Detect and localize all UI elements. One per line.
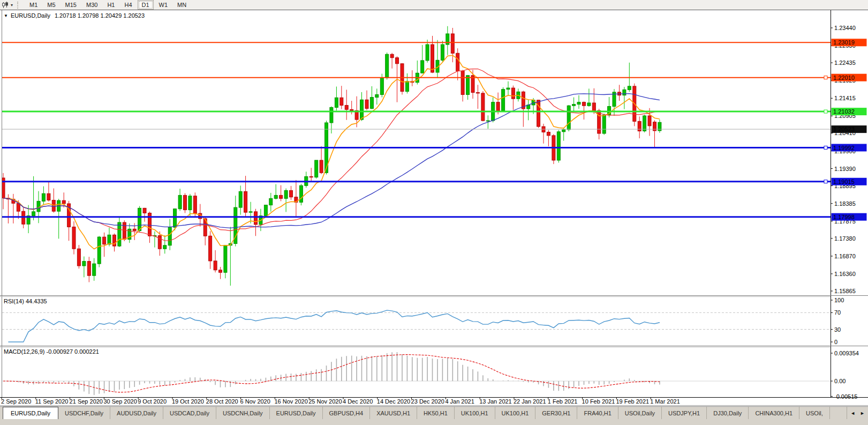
tab-eurusd-daily[interactable]: EURUSD,Daily	[270, 407, 323, 419]
svg-text:1.21032: 1.21032	[833, 108, 855, 115]
tab-xauusd-h1[interactable]: XAUUSD,H1	[370, 407, 417, 419]
svg-text:22 Jan 2021: 22 Jan 2021	[514, 398, 546, 405]
svg-text:28 Oct 2020: 28 Oct 2020	[206, 398, 238, 405]
svg-text:1.17998: 1.17998	[833, 214, 855, 220]
svg-text:14 Dec 2020: 14 Dec 2020	[377, 398, 410, 405]
svg-text:1.19390: 1.19390	[834, 166, 856, 172]
timeframe-button-m30[interactable]: M30	[82, 0, 102, 10]
svg-text:30: 30	[834, 326, 841, 333]
tab-scroll-buttons: ◄ ►	[847, 407, 868, 419]
tab-scroll-right-icon[interactable]: ►	[860, 411, 865, 416]
timeframe-toolbar: ▾ M1M5M15M30H1H4D1W1MN	[0, 0, 868, 10]
svg-text:-0.00515: -0.00515	[834, 393, 857, 400]
svg-text:1.19015: 1.19015	[833, 178, 855, 185]
chart-canvas[interactable]: 1.234401.229301.224351.219251.214151.209…	[0, 0, 868, 425]
collapse-chart-icon[interactable]: ▼	[4, 13, 8, 18]
svg-text:1.15865: 1.15865	[834, 288, 856, 294]
tab-eurusd-daily[interactable]: EURUSD,Daily	[3, 407, 58, 419]
tab-gbpusd-h4[interactable]: GBPUSD,H4	[323, 407, 371, 419]
rsi-pane	[2, 310, 831, 342]
svg-text:4 Dec 2020: 4 Dec 2020	[343, 398, 373, 405]
svg-text:13 Jan 2021: 13 Jan 2021	[479, 398, 512, 405]
svg-text:16 Nov 2020: 16 Nov 2020	[274, 398, 307, 405]
tab-hk50-h1[interactable]: HK50,H1	[417, 407, 455, 419]
rsi-indicator-label: RSI(14) 44.4335	[4, 298, 47, 304]
svg-text:9 Oct 2020: 9 Oct 2020	[138, 398, 167, 405]
timeframe-button-d1[interactable]: D1	[138, 0, 154, 10]
svg-text:1 Mar 2021: 1 Mar 2021	[650, 398, 680, 405]
tab-usdcnh-daily[interactable]: USDCNH,Daily	[216, 407, 270, 419]
svg-text:0: 0	[834, 339, 837, 345]
svg-text:6 Nov 2020: 6 Nov 2020	[240, 398, 270, 405]
timeframe-button-m15[interactable]: M15	[61, 0, 81, 10]
ma-fast-line	[3, 55, 660, 249]
status-strip	[0, 419, 868, 425]
toolbar-grip	[17, 2, 20, 9]
svg-text:21 Sep 2020: 21 Sep 2020	[70, 398, 103, 405]
svg-text:1 Feb 2021: 1 Feb 2021	[548, 398, 578, 405]
candlestick-chart-icon[interactable]	[2, 2, 9, 9]
tab-china300-h1[interactable]: CHINA300,H1	[749, 407, 799, 419]
ohlc-values: 1.20718 1.20798 1.20429 1.20523	[55, 12, 145, 19]
svg-text:10 Feb 2021: 10 Feb 2021	[582, 398, 615, 405]
timeframe-button-h4[interactable]: H4	[120, 0, 136, 10]
svg-text:1.17380: 1.17380	[834, 235, 856, 242]
price-line-labels: 1.230191.220101.210321.199921.190151.179…	[832, 39, 867, 220]
svg-text:2 Sep 2020: 2 Sep 2020	[1, 398, 31, 405]
tab-uk100-h1[interactable]: UK100,H1	[455, 407, 495, 419]
svg-text:1.16360: 1.16360	[834, 271, 856, 277]
svg-text:19 Oct 2020: 19 Oct 2020	[172, 398, 204, 405]
svg-text:1.21415: 1.21415	[834, 95, 856, 101]
tab-fra40-h1[interactable]: FRA40,H1	[577, 407, 618, 419]
svg-text:1.23019: 1.23019	[833, 39, 855, 46]
timeframe-button-w1[interactable]: W1	[155, 0, 172, 10]
tab-scroll-left-icon[interactable]: ◄	[850, 411, 855, 416]
timeframe-button-mn[interactable]: MN	[173, 0, 191, 10]
svg-text:1.22435: 1.22435	[834, 59, 856, 66]
chevron-down-icon[interactable]: ▾	[11, 3, 13, 8]
symbol-period-label: EURUSD,Daily	[11, 12, 50, 19]
terminal-window: ▾ M1M5M15M30H1H4D1W1MN 1.234401.229301.2…	[0, 0, 868, 425]
svg-text:25 Nov 2020: 25 Nov 2020	[308, 398, 342, 405]
timeframe-buttons: M1M5M15M30H1H4D1W1MN	[25, 0, 191, 10]
candles-layer	[2, 26, 661, 286]
date-axis[interactable]: 2 Sep 202011 Sep 202021 Sep 202030 Sep 2…	[1, 398, 680, 405]
svg-text:19 Feb 2021: 19 Feb 2021	[616, 398, 649, 405]
macd-pane	[2, 352, 831, 395]
tab-dj30-daily[interactable]: DJ30,Daily	[707, 407, 749, 419]
svg-text:1.23440: 1.23440	[834, 25, 856, 31]
chart-tab-bar: EURUSD,DailyUSDCHF,DailyAUDUSD,DailyUSDC…	[0, 406, 868, 419]
svg-text:30 Sep 2020: 30 Sep 2020	[103, 398, 137, 405]
tab-usdcad-daily[interactable]: USDCAD,Daily	[163, 407, 216, 419]
svg-text:1.19992: 1.19992	[833, 145, 855, 151]
svg-text:4 Jan 2021: 4 Jan 2021	[445, 398, 474, 405]
svg-text:1.20523: 1.20523	[833, 126, 855, 132]
hlines-layer[interactable]	[2, 42, 831, 217]
timeframe-button-m1[interactable]: M1	[25, 0, 42, 10]
timeframe-button-m5[interactable]: M5	[43, 0, 59, 10]
tab-ger30-h1[interactable]: GER30,H1	[535, 407, 577, 419]
macd-indicator-label: MACD(12,26,9) -0.000927 0.000221	[4, 348, 99, 355]
svg-text:11 Sep 2020: 11 Sep 2020	[35, 398, 69, 405]
svg-text:100: 100	[834, 297, 844, 303]
chart-title: ▼EURUSD,Daily1.20718 1.20798 1.20429 1.2…	[4, 12, 145, 19]
timeframe-button-h1[interactable]: H1	[103, 0, 119, 10]
tab-usoil[interactable]: USOil,	[799, 407, 830, 419]
tab-usdjpy-h1[interactable]: USDJPY,H1	[662, 407, 707, 419]
svg-text:1.22010: 1.22010	[833, 74, 855, 81]
svg-text:0.00: 0.00	[834, 378, 846, 384]
svg-text:1.18385: 1.18385	[834, 200, 856, 207]
svg-text:23 Dec 2020: 23 Dec 2020	[411, 398, 444, 405]
tab-usdchf-daily[interactable]: USDCHF,Daily	[58, 407, 110, 419]
svg-text:1.16870: 1.16870	[834, 253, 856, 259]
svg-text:70: 70	[834, 309, 841, 316]
svg-text:0.009354: 0.009354	[834, 350, 859, 356]
tab-audusd-daily[interactable]: AUDUSD,Daily	[110, 407, 163, 419]
tab-usoil-daily[interactable]: USOil,Daily	[618, 407, 662, 419]
tab-uk100-h1[interactable]: UK100,H1	[495, 407, 536, 419]
